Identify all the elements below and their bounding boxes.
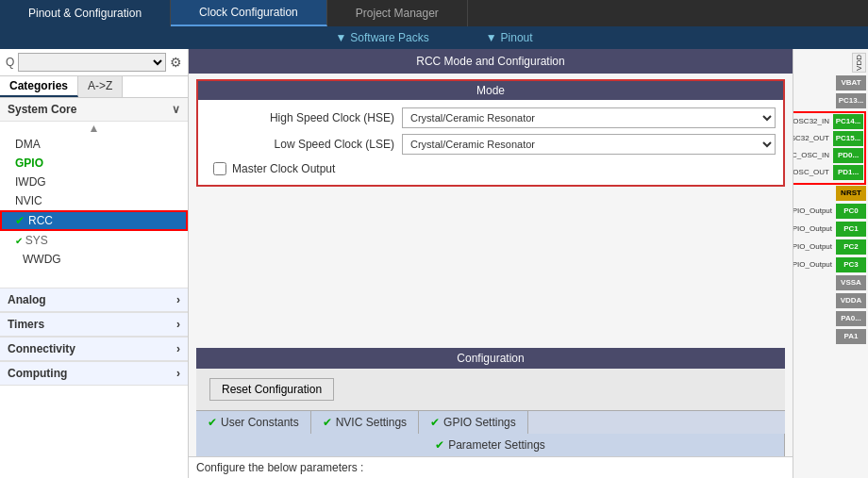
pin-row-pc15: RCC_OSC32_OUT PC15... (793, 131, 863, 146)
pin-label-rcc-osc-out: RCC_OSC_OUT (793, 168, 829, 176)
chevron-connectivity: › (176, 342, 180, 355)
chevron-timers: › (176, 318, 180, 331)
hse-label: High Speed Clock (HSE) (206, 111, 394, 124)
pin-chip-pc1[interactable]: PC1 (836, 222, 866, 237)
pin-chip-pd0[interactable]: PD0... (833, 148, 863, 163)
sidebar-content: System Core ∨ ▲ DMA GPIO IWDG NVIC ✔ RCC (0, 98, 188, 478)
pin-chip-vbat[interactable]: VBAT (836, 75, 866, 91)
tab-parameter-settings[interactable]: ✔ Parameter Settings (196, 434, 785, 456)
config-title: Configuration (196, 348, 785, 369)
config-tabs: ✔ User Constants ✔ NVIC Settings ✔ GPIO … (196, 410, 785, 434)
pin-row-pd0: RCC_OSC_IN PD0... (793, 148, 863, 163)
connectivity-category[interactable]: Connectivity › (0, 337, 188, 361)
pin-chip-pa1[interactable]: PA1 (836, 329, 866, 344)
nav-clock[interactable]: Clock Configuration (171, 0, 327, 26)
tab-az[interactable]: A->Z (78, 76, 123, 97)
arrow-icon: ▼ (335, 31, 346, 44)
pin-label-gpio-pc3: GPIO_Output (793, 260, 832, 269)
tab-categories[interactable]: Categories (0, 76, 78, 97)
pin-chip-vdda[interactable]: VDDA (836, 293, 866, 308)
timers-category[interactable]: Timers › (0, 312, 188, 337)
sidebar-item-rcc[interactable]: ✔ RCC (0, 210, 188, 231)
nav-project[interactable]: Project Manager (327, 0, 468, 26)
master-clock-label: Master Clock Output (232, 162, 335, 175)
lse-select[interactable]: Crystal/Ceramic Resonator (402, 134, 776, 155)
pin-chip-nrst[interactable]: NRST (836, 186, 866, 201)
sidebar-item-gpio[interactable]: GPIO (0, 154, 188, 173)
config-footer: Configure the below parameters : (189, 456, 793, 478)
scroll-up[interactable]: ▲ (0, 122, 188, 135)
hse-row: High Speed Clock (HSE) Crystal/Ceramic R… (206, 107, 776, 128)
chevron-computing: › (176, 367, 180, 380)
reset-config-button[interactable]: Reset Configuration (209, 378, 334, 401)
pin-label-gpio-pc0: GPIO_Output (793, 206, 832, 215)
search-icon: Q (6, 56, 14, 69)
vdd-row: VDD (795, 53, 866, 73)
sidebar-tabs: Categories A->Z (0, 76, 188, 98)
pin-label-rcc-osc32-in: RCC_OSC32_IN (793, 117, 829, 125)
sidebar-item-nvic[interactable]: NVIC (0, 191, 188, 210)
pin-row-pc13: PC13... (836, 93, 866, 108)
pin-row-vbat: VBAT (836, 75, 866, 91)
pin-row-pc1: GPIO_Output PC1 (793, 222, 866, 237)
pin-chip-pc13[interactable]: PC13... (836, 93, 866, 108)
software-packs-nav[interactable]: ▼ Software Packs (335, 31, 428, 44)
pin-label-gpio-pc2: GPIO_Output (793, 242, 832, 251)
lse-row: Low Speed Clock (LSE) Crystal/Ceramic Re… (206, 134, 776, 155)
hse-select[interactable]: Crystal/Ceramic Resonator (402, 107, 776, 128)
content-header: RCC Mode and Configuration (189, 49, 793, 74)
main-layout: Q ⚙ Categories A->Z System Core ∨ ▲ DMA (0, 49, 868, 478)
pin-row-pd1: RCC_OSC_OUT PD1... (793, 165, 863, 180)
content-area: RCC Mode and Configuration Mode High Spe… (189, 49, 793, 478)
pin-label-gpio-pc1: GPIO_Output (793, 224, 832, 233)
check-icon: ✔ (15, 214, 25, 227)
second-nav: ▼ Software Packs ▼ Pinout (0, 26, 868, 49)
arrow-icon-2: ▼ (486, 31, 497, 44)
nav-pinout[interactable]: Pinout & Configuration (0, 0, 171, 26)
pin-row-pa1: PA1 (836, 329, 866, 344)
sidebar-item-sys[interactable]: ✔ SYS (0, 231, 188, 250)
pin-chip-pa0[interactable]: PA0... (836, 311, 866, 326)
pin-panel: VDD VBAT PC13... RCC_OSC32_IN PC14... RC… (793, 49, 868, 478)
pin-label-rcc-osc-in: RCC_OSC_IN (793, 151, 829, 159)
tab-gpio-settings[interactable]: ✔ GPIO Settings (419, 411, 528, 434)
check-icon-gpio: ✔ (430, 416, 440, 429)
sidebar: Q ⚙ Categories A->Z System Core ∨ ▲ DMA (0, 49, 189, 478)
analog-category[interactable]: Analog › (0, 288, 188, 312)
pin-row-nrst: NRST (836, 186, 866, 201)
computing-category[interactable]: Computing › (0, 361, 188, 386)
system-core-category[interactable]: System Core ∨ (0, 98, 188, 122)
pin-chip-pc0[interactable]: PC0 (836, 204, 866, 219)
gear-icon[interactable]: ⚙ (170, 55, 182, 70)
vdd-label: VDD (852, 53, 866, 73)
pin-chip-pc14[interactable]: PC14... (833, 114, 863, 129)
master-clock-checkbox[interactable] (213, 162, 226, 175)
pin-chip-pd1[interactable]: PD1... (833, 165, 863, 180)
pin-row-vdda: VDDA (836, 293, 866, 308)
pin-chip-pc2[interactable]: PC2 (836, 239, 866, 255)
pin-row-pc0: GPIO_Output PC0 (793, 204, 866, 219)
pin-chip-pc3[interactable]: PC3 (836, 257, 866, 272)
sidebar-item-iwdg[interactable]: IWDG (0, 173, 188, 191)
sys-check-icon: ✔ (15, 236, 25, 246)
chevron-analog: › (176, 293, 180, 306)
pin-chip-vssa[interactable]: VSSA (836, 275, 866, 290)
pin-chip-pc15[interactable]: PC15... (833, 131, 863, 146)
pin-list: VDD VBAT PC13... RCC_OSC32_IN PC14... RC… (793, 49, 868, 350)
sidebar-search-bar: Q ⚙ (0, 49, 188, 76)
pin-row-pc3: GPIO_Output PC3 (793, 257, 866, 272)
sidebar-item-dma[interactable]: DMA (0, 135, 188, 154)
search-select[interactable] (18, 53, 166, 72)
master-clock-row: Master Clock Output (206, 160, 776, 177)
reset-config-wrapper: Reset Configuration (196, 369, 785, 410)
pin-row-pc2: GPIO_Output PC2 (793, 239, 866, 255)
tab-nvic-settings[interactable]: ✔ NVIC Settings (311, 411, 419, 434)
lse-label: Low Speed Clock (LSE) (206, 138, 394, 151)
sidebar-item-wwdg[interactable]: WWDG (0, 250, 188, 269)
pinout-nav[interactable]: ▼ Pinout (486, 31, 533, 44)
tab-user-constants[interactable]: ✔ User Constants (196, 411, 311, 434)
pin-row-vssa: VSSA (836, 275, 866, 290)
top-nav: Pinout & Configuration Clock Configurati… (0, 0, 868, 26)
pin-label-rcc-osc32-out: RCC_OSC32_OUT (793, 134, 829, 142)
check-icon-user: ✔ (208, 416, 217, 429)
